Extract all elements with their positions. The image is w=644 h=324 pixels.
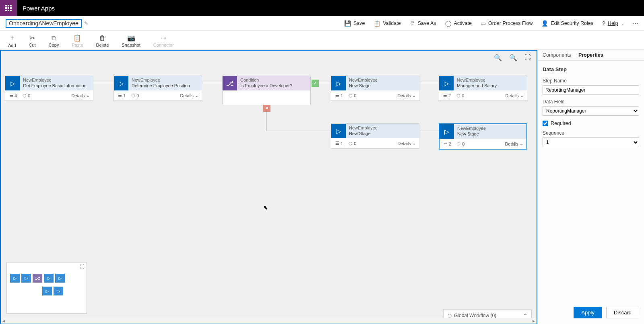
chevron-down-icon: ⌄ — [195, 93, 198, 98]
scroll-right-icon[interactable]: ► — [532, 319, 536, 323]
stage-title-area: NewEmployee New Stage — [346, 124, 419, 138]
steps-count: 1 — [341, 141, 343, 146]
details-toggle[interactable]: Details⌄ — [71, 93, 90, 98]
stage-title: Determine Employee Position — [132, 83, 198, 88]
scroll-left-icon[interactable]: ◄ — [2, 319, 6, 323]
security-icon: 👤 — [541, 20, 548, 27]
minimap[interactable]: ⛶ ▷ ▷ ⎇ ▷ ▷ ▷ ▷ — [6, 262, 87, 314]
minimap-stage: ▷ — [44, 274, 54, 283]
validate-button[interactable]: 📋Validate — [374, 20, 400, 27]
stage-title: New Stage — [457, 131, 523, 137]
minimap-expand-icon[interactable]: ⛶ — [80, 264, 84, 269]
paste-icon: 📋 — [73, 34, 81, 42]
waffle-menu[interactable] — [0, 0, 17, 16]
minimap-condition: ⎇ — [33, 274, 42, 283]
details-toggle[interactable]: Details⌄ — [397, 93, 416, 98]
triggers-count: 0 — [462, 141, 464, 146]
save-icon: 💾 — [344, 20, 351, 27]
validate-label: Validate — [383, 21, 400, 26]
top-bar: Power Apps — [0, 0, 644, 16]
stage-icon: ▷ — [331, 124, 346, 138]
waffle-icon — [5, 5, 12, 11]
stage-card-3[interactable]: ▷ NewEmployee New Stage ☰1 ◌0 Details⌄ — [331, 76, 419, 101]
discard-button[interactable]: Discard — [606, 307, 639, 318]
copy-button[interactable]: ⧉Copy — [49, 35, 59, 47]
steps-count: 2 — [449, 141, 451, 146]
horizontal-scrollbar[interactable]: ◄► — [1, 318, 537, 324]
condition-card[interactable]: ⎇ Condition Is Employee a Developer? — [222, 76, 311, 105]
stage-entity: NewEmployee — [349, 77, 416, 83]
edit-security-button[interactable]: 👤Edit Security Roles — [541, 20, 593, 27]
save-as-button[interactable]: 🗎Save As — [410, 20, 436, 27]
canvas[interactable]: 🔍 🔍 ⛶ ✓ ✕ ▷ NewEmployee — [0, 50, 537, 324]
paste-button[interactable]: 📋Paste — [72, 34, 83, 47]
connector-icon: ⇢ — [161, 34, 166, 42]
minimap-stage: ▷ — [10, 274, 20, 283]
chevron-up-icon[interactable]: ⌃ — [523, 313, 527, 318]
step-name-label: Step Name — [543, 78, 639, 84]
stage-title: Get Employee Basic Information — [23, 83, 90, 88]
header-commands: 💾Save 📋Validate 🗎Save As ◯Activate ▭Orde… — [344, 20, 639, 27]
zoom-in-icon[interactable]: 🔍 — [509, 54, 517, 62]
header-bar: OnboardingANewEmployee ✎ 💾Save 📋Validate… — [0, 16, 644, 31]
stage-title: New Stage — [349, 131, 416, 136]
triggers-icon: ◌ — [457, 141, 461, 146]
connector-line — [419, 131, 439, 131]
stage-title-area: NewEmployee Determine Employee Position — [128, 76, 202, 90]
stage-title-area: NewEmployee New Stage — [454, 124, 526, 139]
apply-button[interactable]: Apply — [574, 307, 602, 318]
stage-card-4[interactable]: ▷ NewEmployee Manager and Salary ☰2 ◌0 D… — [439, 76, 527, 101]
cut-button[interactable]: ✂Cut — [29, 34, 36, 47]
stage-title-area: NewEmployee Get Employee Basic Informati… — [20, 76, 93, 90]
tab-properties[interactable]: Properties — [578, 52, 603, 60]
delete-button[interactable]: 🗑Delete — [96, 35, 109, 47]
details-toggle[interactable]: Details⌄ — [505, 93, 524, 98]
details-toggle[interactable]: Details⌄ — [180, 93, 198, 98]
details-toggle[interactable]: Details⌄ — [397, 141, 416, 146]
panel-tabs: Components Properties — [538, 50, 644, 61]
flow-name[interactable]: OnboardingANewEmployee — [6, 19, 82, 28]
save-button[interactable]: 💾Save — [344, 20, 365, 27]
snapshot-button[interactable]: 📷Snapshot — [122, 34, 140, 47]
edit-name-icon[interactable]: ✎ — [84, 21, 88, 26]
required-label: Required — [551, 121, 571, 126]
details-toggle[interactable]: Details⌄ — [505, 141, 523, 146]
connector-line — [419, 83, 439, 83]
stage-icon: ▷ — [331, 76, 346, 90]
order-flow-button[interactable]: ▭Order Process Flow — [481, 20, 533, 27]
triggers-count: 0 — [28, 93, 30, 98]
stage-card-2[interactable]: ▷ NewEmployee Determine Employee Positio… — [114, 76, 202, 101]
sequence-select[interactable]: 1 — [543, 137, 639, 147]
stage-card-1[interactable]: ▷ NewEmployee Get Employee Basic Informa… — [5, 76, 93, 101]
zoom-out-icon[interactable]: 🔍 — [494, 54, 502, 62]
snapshot-label: Snapshot — [122, 43, 140, 47]
stage-icon: ▷ — [5, 76, 20, 90]
steps-icon: ☰ — [335, 141, 339, 146]
stage-title: New Stage — [349, 83, 416, 88]
tab-components[interactable]: Components — [543, 52, 571, 60]
stage-card-5[interactable]: ▷ NewEmployee New Stage ☰1 ◌0 Details⌄ — [331, 123, 419, 149]
required-checkbox[interactable] — [543, 121, 548, 126]
connector-button[interactable]: ⇢Connector — [153, 34, 174, 47]
connector-line — [266, 131, 331, 131]
connector-line — [202, 83, 222, 83]
minimap-stage: ▷ — [21, 274, 31, 283]
trash-icon: 🗑 — [99, 35, 105, 42]
add-button[interactable]: ＋Add — [8, 34, 16, 48]
data-field-select[interactable]: ReportingManager — [543, 106, 639, 116]
cursor-icon: ⬉ — [263, 204, 268, 211]
connector-line — [93, 83, 114, 83]
stage-icon: ▷ — [114, 76, 128, 90]
activate-button[interactable]: ◯Activate — [445, 20, 472, 27]
chevron-down-icon: ⌄ — [520, 141, 523, 146]
step-name-input[interactable] — [543, 85, 639, 95]
stage-card-6[interactable]: ▷ NewEmployee New Stage ☰2 ◌0 Details⌄ — [439, 123, 527, 150]
condition-yes-icon: ✓ — [312, 80, 319, 87]
validate-icon: 📋 — [374, 20, 380, 27]
fit-icon[interactable]: ⛶ — [524, 54, 531, 62]
security-label: Edit Security Roles — [551, 21, 593, 26]
sequence-label: Sequence — [543, 130, 639, 136]
more-button[interactable]: ··· — [633, 21, 639, 26]
help-button[interactable]: ?Help⌄ — [602, 20, 624, 27]
add-label: Add — [8, 43, 16, 48]
